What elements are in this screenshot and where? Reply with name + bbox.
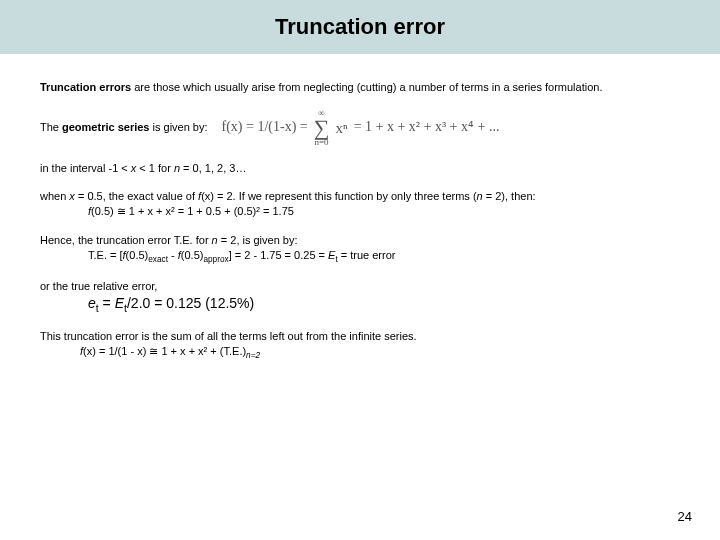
- truncation-equation: T.E. = [f(0.5)exact - f(0.5)approx] = 2 …: [40, 249, 395, 261]
- page-number: 24: [678, 509, 692, 524]
- example-block: when x = 0.5, the exact value of f(x) = …: [40, 189, 680, 219]
- text: or the true relative error,: [40, 280, 157, 292]
- var-e-small: e: [88, 295, 96, 311]
- text: (0.5) ≅ 1 + x + x² = 1 + 0.5 + (0.5)² = …: [91, 205, 294, 217]
- text: in the interval -1 <: [40, 162, 131, 174]
- intro-paragraph: Truncation errors are those which usuall…: [40, 80, 680, 95]
- formula-lhs: f(x) = 1/(1-x) =: [222, 118, 308, 137]
- sub-approx: approx: [203, 255, 228, 264]
- text: T.E. = [: [88, 249, 123, 261]
- intro-text: are those which usually arise from negle…: [131, 81, 602, 93]
- formula-xn: xⁿ: [335, 118, 347, 138]
- text: < 1 for: [136, 162, 174, 174]
- geometric-series-row: The geometric series is given by: f(x) =…: [40, 109, 680, 147]
- relative-error-equation: et = Et/2.0 = 0.125 (12.5%): [40, 295, 254, 311]
- text: =: [99, 295, 115, 311]
- summary-block: This truncation error is the sum of all …: [40, 329, 680, 361]
- sigma-bottom: n=0: [315, 138, 329, 147]
- sigma: ∞ ∑ n=0: [314, 109, 330, 147]
- relative-error-block: or the true relative error, et = Et/2.0 …: [40, 279, 680, 315]
- example-equation: f(0.5) ≅ 1 + x + x² = 1 + 0.5 + (0.5)² =…: [40, 205, 294, 217]
- geometric-label: The geometric series is given by:: [40, 120, 208, 135]
- text: This truncation error is the sum of all …: [40, 330, 417, 342]
- text: = 2), then:: [483, 190, 536, 202]
- text: = 0, 1, 2, 3…: [180, 162, 246, 174]
- formula-rhs: = 1 + x + x² + x³ + x⁴ + ...: [354, 118, 500, 137]
- hence-block: Hence, the truncation error T.E. for n =…: [40, 233, 680, 265]
- slide-content: Truncation errors are those which usuall…: [0, 54, 720, 361]
- term-geometric-series: geometric series: [62, 121, 149, 133]
- text: = 2, is given by:: [218, 234, 298, 246]
- sigma-symbol: ∑: [314, 118, 330, 138]
- text: /2.0 = 0.125 (12.5%): [127, 295, 254, 311]
- text: -: [168, 249, 178, 261]
- text: (x) = 2. If we represent this function b…: [201, 190, 476, 202]
- text: (x) = 1/(1 - x) ≅ 1 + x + x² + (T.E.): [83, 345, 246, 357]
- text: (0.5): [126, 249, 149, 261]
- text: Hence, the truncation error T.E. for: [40, 234, 212, 246]
- text: when: [40, 190, 69, 202]
- text: (0.5): [181, 249, 204, 261]
- geometric-formula: f(x) = 1/(1-x) = ∞ ∑ n=0 xⁿ = 1 + x + x²…: [222, 109, 500, 147]
- sub-n2: n=2: [246, 351, 260, 360]
- title-bar: Truncation error: [0, 0, 720, 54]
- summary-equation: f(x) = 1/(1 - x) ≅ 1 + x + x² + (T.E.)n=…: [40, 345, 260, 357]
- interval-line: in the interval -1 < x < 1 for n = 0, 1,…: [40, 161, 680, 176]
- text: ] = 2 - 1.75 = 0.25 =: [229, 249, 328, 261]
- text: is given by:: [149, 121, 207, 133]
- text: = 0.5, the exact value of: [75, 190, 198, 202]
- term-truncation-errors: Truncation errors: [40, 81, 131, 93]
- text: The: [40, 121, 62, 133]
- text: = true error: [338, 249, 396, 261]
- sub-exact: exact: [148, 255, 168, 264]
- var-e: E: [115, 295, 124, 311]
- page-title: Truncation error: [0, 14, 720, 40]
